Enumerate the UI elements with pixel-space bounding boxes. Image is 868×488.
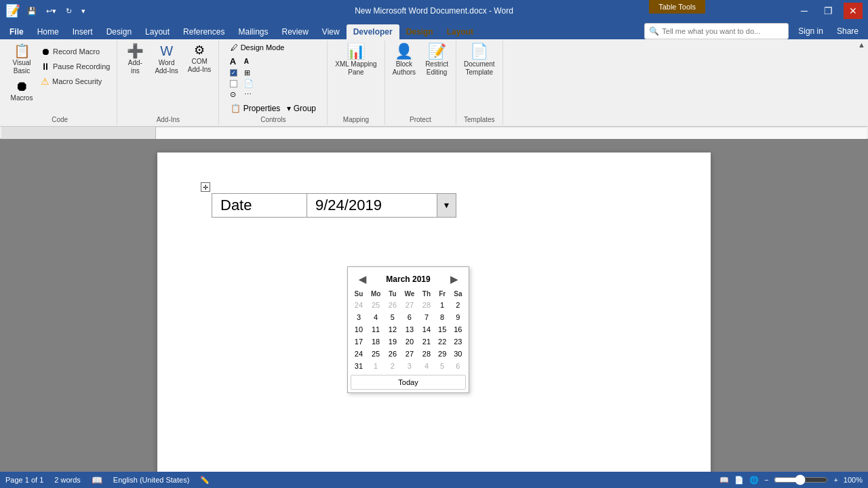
minimize-button[interactable]: ─ [795, 3, 813, 19]
view-print-icon[interactable]: 📄 [734, 476, 744, 485]
calendar-prev-button[interactable]: ◀ [355, 272, 370, 286]
calendar-day[interactable]: 15 [435, 323, 450, 336]
calendar-day[interactable]: 3 [400, 360, 418, 372]
calendar-day[interactable]: 7 [418, 311, 434, 323]
qat-more[interactable]: ▾ [79, 5, 88, 17]
visual-basic-button[interactable]: 📋 VisualBasic [7, 42, 37, 77]
calendar-day[interactable]: 13 [400, 323, 418, 336]
signin-button[interactable]: Sign in [794, 25, 827, 37]
calendar-day[interactable]: 19 [384, 336, 400, 348]
calendar-day[interactable]: 24 [351, 348, 367, 360]
tab-home[interactable]: Home [31, 24, 66, 39]
calendar-day[interactable]: 11 [367, 323, 384, 336]
close-button[interactable]: ✕ [844, 3, 863, 19]
tab-view[interactable]: View [315, 24, 347, 39]
calendar-day[interactable]: 27 [400, 348, 418, 360]
calendar-day[interactable]: 25 [367, 348, 384, 360]
calendar-day[interactable]: 4 [418, 360, 434, 372]
tab-review[interactable]: Review [275, 24, 315, 39]
macros-button[interactable]: ⏺ Macros [7, 77, 37, 104]
calendar-day[interactable]: 12 [384, 323, 400, 336]
calendar-day[interactable]: 18 [367, 336, 384, 348]
calendar-day[interactable]: 20 [400, 336, 418, 348]
tab-insert[interactable]: Insert [66, 24, 100, 39]
design-mode-button[interactable]: 🖊 Design Mode [228, 42, 288, 53]
calendar-day[interactable]: 1 [435, 299, 450, 311]
tab-layout[interactable]: Layout [138, 24, 176, 39]
zoom-in-button[interactable]: + [833, 476, 837, 484]
calendar-day[interactable]: 26 [384, 299, 400, 311]
calendar-day[interactable]: 14 [418, 323, 434, 336]
calendar-day[interactable]: 2 [384, 360, 400, 372]
group-button[interactable]: ▾ Group [284, 102, 319, 115]
qat-undo[interactable]: ↩▾ [43, 5, 59, 17]
date-picker-button[interactable]: ▼ [437, 194, 456, 217]
calendar-day[interactable]: 3 [351, 311, 367, 323]
calendar-day[interactable]: 6 [450, 360, 466, 372]
calendar-day[interactable]: 2 [450, 299, 466, 311]
table-move-handle[interactable]: ✛ [201, 182, 210, 192]
view-read-icon[interactable]: 📖 [719, 476, 729, 485]
calendar-day[interactable]: 5 [435, 360, 450, 372]
calendar-day[interactable]: 25 [367, 299, 384, 311]
com-add-ins-button[interactable]: ⚙ COMAdd-Ins [184, 42, 214, 76]
ctrl-table-icon[interactable]: ⊞ [242, 68, 256, 78]
tab-design[interactable]: Design [100, 24, 138, 39]
macro-security-button[interactable]: ⚠ Macro Security [38, 75, 113, 88]
add-ins-button[interactable]: ➕ Add-ins [121, 42, 149, 77]
word-add-ins-button[interactable]: W WordAdd-Ins [151, 42, 181, 77]
restore-button[interactable]: ❐ [818, 3, 838, 19]
tab-developer[interactable]: Developer [347, 24, 399, 39]
ctrl-checkbox2[interactable] [228, 79, 241, 89]
share-button[interactable]: Share [833, 25, 863, 37]
tab-table-layout[interactable]: Layout [440, 24, 480, 39]
document-template-button[interactable]: 📄 DocumentTemplate [460, 42, 498, 79]
calendar-day[interactable]: 30 [450, 348, 466, 360]
calendar-day[interactable]: 22 [435, 336, 450, 348]
properties-button[interactable]: 📋 Properties [228, 102, 283, 115]
qat-redo[interactable]: ↻ [63, 5, 75, 17]
status-track-changes-icon[interactable]: ✏️ [200, 476, 210, 485]
record-macro-button[interactable]: ⏺ Record Macro [38, 45, 113, 58]
calendar-day[interactable]: 21 [418, 336, 434, 348]
calendar-day[interactable]: 1 [367, 360, 384, 372]
calendar-day[interactable]: 24 [351, 299, 367, 311]
calendar-day[interactable]: 31 [351, 360, 367, 372]
tab-references[interactable]: References [176, 24, 231, 39]
ctrl-checkbox1[interactable]: ✓ [228, 68, 241, 78]
ctrl-radio[interactable]: ⊙ [228, 89, 241, 100]
pause-recording-button[interactable]: ⏸ Pause Recording [38, 60, 113, 73]
ctrl-more[interactable]: ⋯ [242, 89, 256, 100]
search-box[interactable]: 🔍 [644, 23, 789, 39]
ribbon-collapse-button[interactable]: ▲ [858, 41, 865, 49]
calendar-day[interactable]: 29 [435, 348, 450, 360]
tab-mailings[interactable]: Mailings [231, 24, 275, 39]
tab-file[interactable]: File [3, 24, 31, 39]
calendar-day[interactable]: 28 [418, 348, 434, 360]
xml-mapping-pane-button[interactable]: 📊 XML MappingPane [332, 42, 380, 79]
ctrl-form[interactable]: 📄 [242, 79, 256, 89]
calendar-next-button[interactable]: ▶ [446, 272, 462, 286]
ctrl-aa-large[interactable]: A [228, 56, 241, 67]
calendar-day[interactable]: 6 [400, 311, 418, 323]
date-table[interactable]: Date 9/24/2019 ▼ [212, 193, 456, 218]
calendar-day[interactable]: 4 [367, 311, 384, 323]
calendar-day[interactable]: 27 [400, 299, 418, 311]
block-authors-button[interactable]: 👤 BlockAuthors [389, 42, 419, 79]
restrict-editing-button[interactable]: 📝 RestrictEditing [422, 42, 452, 79]
qat-save[interactable]: 💾 [24, 5, 39, 17]
zoom-slider[interactable] [774, 474, 828, 485]
calendar-day[interactable]: 16 [450, 323, 466, 336]
calendar-today-button[interactable]: Today [351, 375, 466, 390]
calendar-body[interactable]: 2425262728123456789101112131415161718192… [351, 299, 466, 372]
calendar-day[interactable]: 17 [351, 336, 367, 348]
view-web-icon[interactable]: 🌐 [749, 476, 759, 485]
calendar-day[interactable]: 8 [435, 311, 450, 323]
calendar-day[interactable]: 5 [384, 311, 400, 323]
tab-table-design[interactable]: Design [399, 24, 440, 39]
calendar-day[interactable]: 10 [351, 323, 367, 336]
date-value-cell[interactable]: 9/24/2019 ▼ [307, 194, 456, 218]
calendar-day[interactable]: 23 [450, 336, 466, 348]
zoom-out-button[interactable]: − [764, 476, 768, 484]
calendar-day[interactable]: 9 [450, 311, 466, 323]
